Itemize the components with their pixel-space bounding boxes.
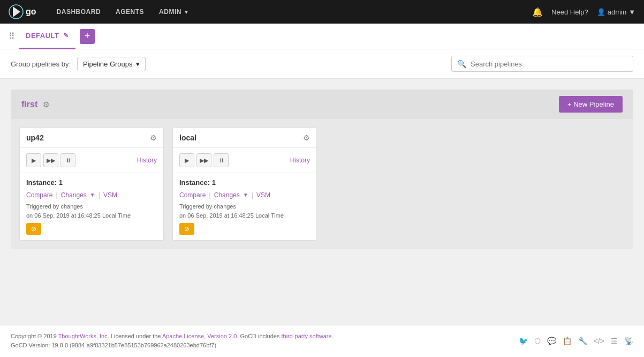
- tab-edit-icon[interactable]: ✎: [63, 32, 69, 39]
- pipeline-instance-up42: Instance: 1 Compare | Changes ▼ | VSM Tr…: [20, 173, 163, 240]
- pipeline-btn-group-up42: ▶ ▶▶ ⏸: [26, 153, 75, 167]
- main-content: first ⚙ + New Pipeline up42 ⚙ ▶ ▶▶ ⏸ Hi: [0, 79, 644, 325]
- footer-gocd-text: . GoCD includes: [237, 333, 281, 339]
- user-label: admin: [608, 8, 626, 16]
- trigger-with-options-button-local[interactable]: ▶▶: [196, 153, 211, 167]
- pipeline-name-up42: up42: [26, 133, 44, 142]
- separator2-up42: |: [99, 191, 100, 199]
- logo-text: go: [26, 7, 36, 17]
- twitter-icon[interactable]: 🐦: [519, 337, 528, 345]
- pause-button-up42[interactable]: ⏸: [60, 153, 75, 167]
- history-link-local[interactable]: History: [290, 157, 310, 164]
- search-input[interactable]: [471, 60, 627, 68]
- pipeline-card-header-up42: up42 ⚙: [20, 128, 163, 148]
- pipeline-groups-label: Pipeline Groups: [83, 60, 133, 68]
- pipeline-card-local: local ⚙ ▶ ▶▶ ⏸ History Instance: 1 Compa…: [172, 128, 317, 241]
- pipeline-instance-local: Instance: 1 Compare | Changes ▼ | VSM Tr…: [173, 173, 316, 240]
- user-dropdown-arrow: ▼: [628, 8, 635, 16]
- docs-icon[interactable]: 📋: [563, 337, 572, 345]
- trigger-button-up42[interactable]: ▶: [26, 153, 41, 167]
- status-badge-up42: ⊘: [26, 223, 41, 235]
- tab-default[interactable]: DEFAULT ✎: [19, 24, 75, 49]
- instance-label-local: Instance: 1: [179, 178, 310, 187]
- footer-version: GoCD Version: 19.8.0 (9884-a9f03321b57e8…: [11, 342, 218, 348]
- notifications-bell-icon[interactable]: 🔔: [532, 7, 543, 17]
- admin-dropdown-arrow: ▼: [184, 9, 189, 15]
- footer-license-link[interactable]: Apache License, Version 2.0: [162, 333, 237, 339]
- code-icon[interactable]: </>: [594, 337, 604, 345]
- changes-dropdown-arrow-local[interactable]: ▼: [243, 192, 248, 198]
- footer-period: .: [332, 333, 334, 339]
- pipeline-btn-group-local: ▶ ▶▶ ⏸: [179, 153, 229, 167]
- tab-default-label: DEFAULT: [26, 32, 59, 40]
- footer-third-party-link[interactable]: third-party software: [281, 333, 331, 339]
- search-box: 🔍: [451, 56, 633, 72]
- trigger-button-local[interactable]: ▶: [179, 153, 194, 167]
- pipeline-group-header: first ⚙ + New Pipeline: [11, 90, 633, 119]
- separator1-up42: |: [56, 191, 57, 199]
- pipeline-controls-up42: ▶ ▶▶ ⏸ History: [20, 148, 163, 173]
- top-navigation: go DASHBOARD AGENTS ADMIN ▼ 🔔 Need Help?…: [0, 0, 644, 24]
- nav-agents[interactable]: AGENTS: [108, 0, 151, 24]
- trigger-with-options-button-up42[interactable]: ▶▶: [43, 153, 58, 167]
- compare-link-local[interactable]: Compare: [179, 191, 206, 199]
- toolbar: Group pipelines by: Pipeline Groups ▾ 🔍: [0, 49, 644, 79]
- footer-license-text: Licensed under the: [109, 333, 162, 339]
- svg-marker-0: [13, 6, 20, 17]
- changes-dropdown-arrow-up42[interactable]: ▼: [90, 192, 95, 198]
- right-actions: 🔔 Need Help? 👤 admin ▼: [532, 7, 635, 17]
- changes-link-local[interactable]: Changes: [214, 191, 240, 199]
- instance-label-up42: Instance: 1: [26, 178, 157, 187]
- changes-link-up42[interactable]: Changes: [61, 191, 87, 199]
- user-menu[interactable]: 👤 admin ▼: [597, 8, 635, 16]
- pipeline-group-title: first ⚙: [21, 100, 50, 109]
- pipeline-groups-arrow: ▾: [136, 60, 140, 68]
- status-badge-local: ⊘: [179, 223, 194, 235]
- rss-icon[interactable]: 📡: [624, 337, 633, 345]
- help-link[interactable]: Need Help?: [551, 8, 588, 16]
- add-tab-button[interactable]: +: [80, 29, 95, 44]
- group-settings-icon[interactable]: ⚙: [43, 100, 50, 109]
- separator2-local: |: [252, 191, 253, 199]
- footer: Copyright © 2019 ThoughtWorks, Inc. Lice…: [0, 325, 644, 357]
- pause-button-local[interactable]: ⏸: [214, 153, 229, 167]
- separator1-local: |: [209, 191, 210, 199]
- trigger-text-local: Triggered by changes on 06 Sep, 2019 at …: [179, 202, 310, 220]
- nav-admin[interactable]: ADMIN ▼: [151, 0, 196, 24]
- pipeline-name-local: local: [179, 133, 196, 142]
- tabs-bar: ⠿ DEFAULT ✎ +: [0, 24, 644, 49]
- vsm-link-local[interactable]: VSM: [256, 191, 270, 199]
- instance-actions-local: Compare | Changes ▼ | VSM: [179, 191, 310, 199]
- history-link-up42[interactable]: History: [137, 157, 157, 164]
- vsm-link-up42[interactable]: VSM: [103, 191, 117, 199]
- footer-right: 🐦 ⬡ 💬 📋 🔧 </> ☰ 📡: [519, 337, 633, 345]
- pipeline-controls-local: ▶ ▶▶ ⏸ History: [173, 148, 316, 173]
- user-icon: 👤: [597, 8, 605, 16]
- api-icon[interactable]: 🔧: [578, 337, 587, 345]
- pipeline-card-header-local: local ⚙: [173, 128, 316, 148]
- pipeline-settings-icon-local[interactable]: ⚙: [303, 133, 310, 142]
- pipeline-group-first: first ⚙ + New Pipeline up42 ⚙ ▶ ▶▶ ⏸ Hi: [11, 90, 633, 249]
- list-icon[interactable]: ☰: [611, 337, 618, 345]
- footer-copyright: Copyright © 2019: [11, 333, 58, 339]
- tabs-drag-handle[interactable]: ⠿: [9, 31, 15, 41]
- logo[interactable]: go: [9, 4, 36, 19]
- footer-thoughtworks-link[interactable]: ThoughtWorks, Inc.: [58, 333, 109, 339]
- footer-left: Copyright © 2019 ThoughtWorks, Inc. Lice…: [11, 332, 334, 351]
- trigger-text-up42: Triggered by changes on 06 Sep, 2019 at …: [26, 202, 157, 220]
- pipeline-settings-icon-up42[interactable]: ⚙: [150, 133, 157, 142]
- pipeline-cards: up42 ⚙ ▶ ▶▶ ⏸ History Instance: 1 Compar…: [11, 119, 633, 249]
- pipeline-card-up42: up42 ⚙ ▶ ▶▶ ⏸ History Instance: 1 Compar…: [19, 128, 164, 241]
- pipeline-groups-select[interactable]: Pipeline Groups ▾: [77, 57, 146, 71]
- instance-actions-up42: Compare | Changes ▼ | VSM: [26, 191, 157, 199]
- compare-link-up42[interactable]: Compare: [26, 191, 52, 199]
- group-by-label: Group pipelines by:: [11, 60, 71, 68]
- nav-dashboard[interactable]: DASHBOARD: [49, 0, 109, 24]
- github-icon[interactable]: ⬡: [534, 337, 541, 345]
- new-pipeline-button[interactable]: + New Pipeline: [559, 96, 623, 113]
- pipeline-group-name: first: [21, 100, 37, 109]
- search-icon: 🔍: [457, 59, 466, 68]
- nav-links: DASHBOARD AGENTS ADMIN ▼: [49, 0, 533, 24]
- chat-icon[interactable]: 💬: [547, 337, 556, 345]
